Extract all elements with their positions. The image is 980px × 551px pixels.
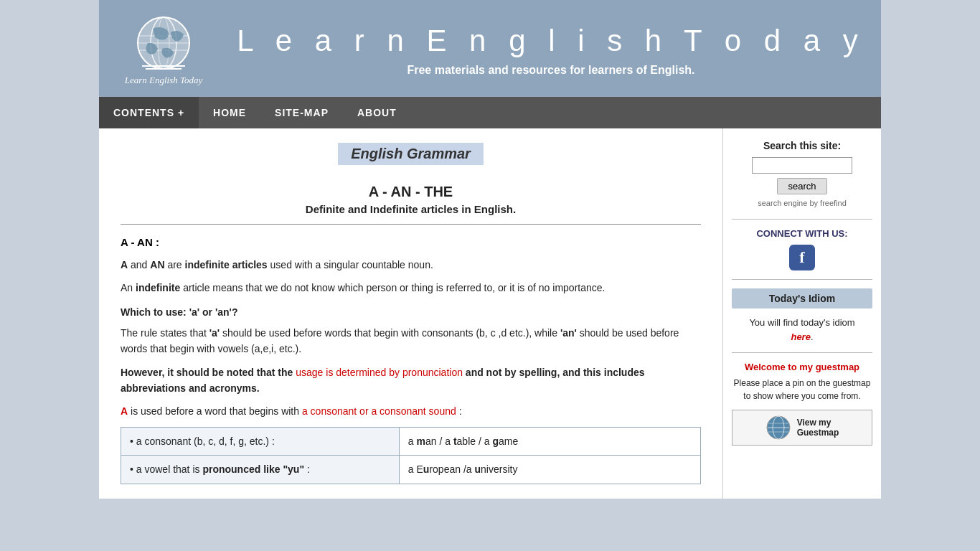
rule-para: The rule states that 'a' should be used … <box>121 325 701 357</box>
nav-contents[interactable]: CONTENTS + <box>99 97 199 128</box>
search-input[interactable] <box>752 157 852 174</box>
facebook-icon[interactable]: f <box>789 245 815 270</box>
search-title: Search this site: <box>732 140 872 151</box>
consonant-sound: a consonant or a consonant sound <box>302 405 456 417</box>
heading-wrapper: English Grammar <box>121 143 701 176</box>
a-letter: A <box>121 405 128 417</box>
search-section: Search this site: search search engine b… <box>732 140 872 207</box>
globe-icon <box>135 14 192 72</box>
article-subtitle: Definite and Indefinite articles in Engl… <box>121 203 701 215</box>
table-cell-left-1: • a consonant (b, c, d, f, g, etc.) : <box>121 427 400 455</box>
a-colon: : <box>459 405 462 417</box>
nav-home[interactable]: HOME <box>199 97 260 128</box>
a-is-used: is used before a word that begins with <box>131 405 302 417</box>
search-engine-text: search engine by freefind <box>732 199 872 207</box>
guestmap-section: Welcome to my guestmap Please place a pi… <box>732 362 872 446</box>
main-layout: English Grammar A - AN - THE Definite an… <box>99 128 881 499</box>
idiom-text: You will find today's idiom here. <box>732 316 872 344</box>
para1-an: AN <box>150 259 164 270</box>
navbar: CONTENTS + HOME SITE-MAP ABOUT <box>99 97 881 128</box>
table-cell-left-2: • a vowel that is pronounced like "yu" : <box>121 456 400 484</box>
site-title-area: L e a r n E n g l i s h T o d a y Free m… <box>235 24 867 77</box>
guestmap-button-label: View myGuestmap <box>797 418 839 438</box>
idiom-here-link[interactable]: here <box>791 331 810 342</box>
site-header: Learn English Today L e a r n E n g l i … <box>99 0 881 97</box>
idiom-label: You will find today's idiom <box>749 317 854 328</box>
para1-are: are indefinite articles used with a sing… <box>167 259 433 270</box>
site-title: L e a r n E n g l i s h T o d a y <box>235 24 867 58</box>
todays-idiom-box: Today's Idiom <box>732 288 872 309</box>
guestmap-welcome: Welcome to my guestmap <box>732 362 872 372</box>
however-para: However, it should be noted that the usa… <box>121 364 701 397</box>
para1-a: A <box>121 259 128 270</box>
table-row: • a consonant (b, c, d, f, g, etc.) : a … <box>121 427 701 455</box>
sidebar: Search this site: search search engine b… <box>723 128 881 457</box>
table-cell-right-2: a European /a university <box>399 456 700 484</box>
connect-title: CONNECT WITH US: <box>732 228 872 239</box>
section-divider <box>121 224 701 225</box>
logo-area: Learn English Today <box>113 14 214 86</box>
para1: A and AN are indefinite articles used wi… <box>121 257 701 273</box>
table-cell-right-1: a man / a table / a game <box>399 427 700 455</box>
examples-table: • a consonant (b, c, d, f, g, etc.) : a … <box>121 427 701 484</box>
nav-about[interactable]: ABOUT <box>343 97 411 128</box>
however-red: usage is determined by pronunciation <box>296 367 463 378</box>
site-tagline: Free materials and resources for learner… <box>235 64 867 77</box>
guestmap-button[interactable]: View myGuestmap <box>732 410 872 446</box>
table-row: • a vowel that is pronounced like "yu" :… <box>121 456 701 484</box>
section-a-an-label: A - AN : <box>121 236 701 248</box>
sidebar-divider-1 <box>732 219 872 220</box>
content-area: English Grammar A - AN - THE Definite an… <box>99 128 723 499</box>
para2: An indefinite article means that we do n… <box>121 280 701 296</box>
guestmap-globe-icon <box>765 415 791 441</box>
which-use-heading: Which to use: 'a' or 'an'? <box>121 306 701 318</box>
sidebar-divider-3 <box>732 352 872 353</box>
article-title: A - AN - THE <box>121 184 701 200</box>
guestmap-text: Please place a pin on the guestmap to sh… <box>732 377 872 402</box>
sidebar-divider-2 <box>732 279 872 280</box>
logo-tagline: Learn English Today <box>125 75 203 86</box>
connect-section: CONNECT WITH US: f <box>732 228 872 270</box>
nav-sitemap[interactable]: SITE-MAP <box>260 97 343 128</box>
a-used-before: A is used before a word that begins with… <box>121 403 701 419</box>
para1-and: and <box>131 259 150 270</box>
search-button[interactable]: search <box>777 178 826 194</box>
page-heading: English Grammar <box>338 143 484 165</box>
